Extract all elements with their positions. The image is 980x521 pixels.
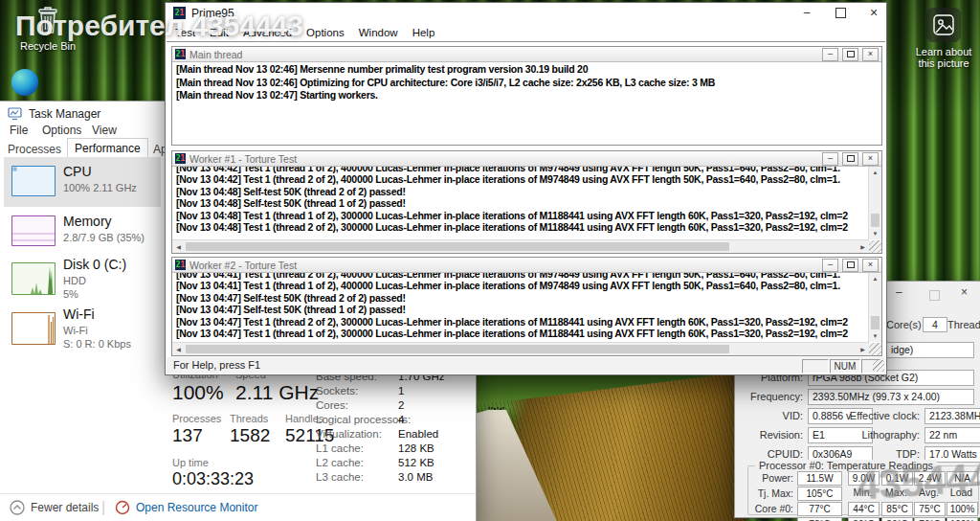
worker2-minimize-button[interactable]: – xyxy=(822,259,838,272)
scroll-right-arrow[interactable]: ▶ xyxy=(857,343,869,355)
temp-row-tjmax-label: Tj. Max: xyxy=(748,487,793,500)
edge-desktop-icon[interactable] xyxy=(11,69,38,96)
worker2-restore-button[interactable] xyxy=(842,259,858,272)
log-line: [Nov 13 04:47] Self-test 50K (thread 1 o… xyxy=(176,304,868,315)
log-line: [Nov 13 04:41] Test 1 (thread 2 of 2), 4… xyxy=(176,273,868,280)
utilization-value: 100% xyxy=(172,381,224,404)
scroll-up-arrow[interactable]: ▲ xyxy=(869,167,881,178)
uptime-value: 0:03:33:23 xyxy=(172,469,254,489)
l2-cache-label: L2 cache: xyxy=(316,457,364,468)
scroll-right-arrow[interactable]: ▶ xyxy=(857,240,869,253)
scrollbar-thumb[interactable] xyxy=(186,345,729,353)
worker1-horizontal-scrollbar[interactable]: ◀ ▶ xyxy=(172,239,869,253)
taskmanager-menu-file[interactable]: File xyxy=(10,124,28,137)
taskmanager-footer: Fewer details | Open Resource Monitor xyxy=(0,493,476,521)
prime95-close-button[interactable]: × xyxy=(859,3,888,22)
sidebar-item-wifi[interactable]: Wi-Fi Wi-Fi S: 0 R: 0 Kbps xyxy=(4,305,161,358)
worker2-close-button[interactable]: × xyxy=(862,259,879,272)
worker1-title: Worker #1 - Torture Test xyxy=(189,153,818,165)
main-thread-log: [Main thread Nov 13 02:46] Mersenne numb… xyxy=(173,62,880,144)
screen: Recycle Bin Learn about this picture – ×… xyxy=(0,0,980,521)
cpu-item-detail: 100% 2.11 GHz xyxy=(63,182,137,193)
worker2-log: [Nov 13 04:41] Test 1 (thread 2 of 2), 4… xyxy=(173,273,868,342)
worker2-resize-grip[interactable] xyxy=(869,343,881,355)
menu-help[interactable]: Help xyxy=(412,27,435,38)
main-thread-close-button[interactable]: × xyxy=(862,48,879,61)
disk-thumbnail-chart xyxy=(11,262,56,295)
status-cell-num: NUM xyxy=(830,359,860,374)
prime95-resize-grip[interactable] xyxy=(873,360,884,372)
resource-monitor-icon xyxy=(115,500,130,515)
worker2-titlebar: 21 Worker #2 - Torture Test – × xyxy=(172,258,881,273)
worker1-restore-button[interactable] xyxy=(842,152,858,166)
scrollbar-thumb[interactable] xyxy=(871,214,880,227)
spotlight-desktop-icon[interactable]: Learn about this picture xyxy=(896,8,980,69)
hwinfo-cores-label: Core(s) xyxy=(886,319,922,330)
tab-performance[interactable]: Performance xyxy=(67,138,148,159)
main-thread-titlebar: 21 Main thread – × xyxy=(172,47,881,62)
worker1-vertical-scrollbar[interactable]: ▲ ▼ xyxy=(868,167,881,239)
scrollbar-thumb[interactable] xyxy=(871,316,880,329)
hwinfo-close-button[interactable]: × xyxy=(961,285,968,299)
hwinfo-effective-clock-label: Effective clock: xyxy=(842,410,920,421)
sidebar-item-memory[interactable]: Memory 2.8/7.9 GB (35%) xyxy=(4,210,161,256)
scroll-left-arrow[interactable]: ◀ xyxy=(172,240,185,253)
threads-value: 1582 xyxy=(230,425,270,446)
temp-core1-avg: 76°C xyxy=(914,517,946,521)
prime95-minimize-button[interactable]: – xyxy=(792,3,821,22)
disk-item-detail2: 5% xyxy=(63,288,78,300)
worker2-horizontal-scrollbar[interactable]: ◀ ▶ xyxy=(172,342,869,355)
status-help-text: For Help, press F1 xyxy=(173,359,260,371)
hwinfo-lithography-value: 22 nm xyxy=(924,427,980,443)
taskmanager-menu-view[interactable]: View xyxy=(92,124,117,137)
tab-processes[interactable]: Processes xyxy=(8,143,61,156)
hwinfo-minimize-button[interactable]: – xyxy=(896,285,902,299)
scroll-down-arrow[interactable]: ▼ xyxy=(869,228,881,239)
sidebar-item-cpu[interactable]: CPU 100% 2.11 GHz xyxy=(4,157,161,207)
scrollbar-thumb[interactable] xyxy=(186,242,729,251)
hwinfo-lithography-label: Lithography: xyxy=(842,429,920,441)
cpu-item-name: CPU xyxy=(63,164,92,179)
hwinfo-effective-clock-value: 2123.38MHz xyxy=(924,408,980,424)
temp-row-core0-label: Core #0: xyxy=(748,503,793,515)
sidebar-item-disk[interactable]: Disk 0 (C:) HDD 5% xyxy=(4,255,161,308)
log-line: [Nov 13 04:47] Self-test 50K (thread 2 o… xyxy=(176,292,868,304)
worker1-minimize-button[interactable]: – xyxy=(822,152,838,166)
log-line: [Nov 13 04:47] Test 1 (thread 1 of 2), 3… xyxy=(176,328,868,339)
log-line: [Nov 13 04:48] Self-test 50K (thread 2 o… xyxy=(176,186,868,197)
menu-window[interactable]: Window xyxy=(359,27,398,38)
scroll-down-arrow[interactable]: ▼ xyxy=(869,330,881,342)
worker1-close-button[interactable]: × xyxy=(862,152,879,166)
picture-icon xyxy=(926,8,961,42)
worker2-vertical-scrollbar[interactable]: ▲ ▼ xyxy=(868,273,881,342)
status-cell-caps xyxy=(802,359,829,374)
worker1-resize-grip[interactable] xyxy=(869,240,881,253)
log-line: [Nov 13 04:48] Self-test 50K (thread 1 o… xyxy=(176,197,868,209)
fewer-details-button[interactable]: Fewer details xyxy=(31,501,99,514)
main-thread-minimize-button[interactable]: – xyxy=(822,48,838,61)
scroll-up-arrow[interactable]: ▲ xyxy=(869,273,881,284)
hwinfo-maximize-button[interactable] xyxy=(929,290,940,301)
taskmanager-menu-options[interactable]: Options xyxy=(42,124,81,137)
open-resource-monitor-link[interactable]: Open Resource Monitor xyxy=(136,501,257,514)
scroll-left-arrow[interactable]: ◀ xyxy=(172,343,185,355)
disk-item-name: Disk 0 (C:) xyxy=(63,257,126,272)
prime95-maximize-button[interactable] xyxy=(826,3,855,22)
log-line: [Main thread Nov 13 02:46] Mersenne numb… xyxy=(176,63,880,77)
virtualization-value: Enabled xyxy=(398,428,438,440)
l3-cache-value: 3.0 MB xyxy=(398,471,433,483)
l3-cache-label: L3 cache: xyxy=(316,471,364,483)
worker1-log: [Nov 13 04:42] Test 1 (thread 1 of 2), 4… xyxy=(173,167,868,239)
worker2-icon: 21 xyxy=(175,260,186,270)
footer-divider: | xyxy=(101,499,105,516)
logical-processors-label: Logical processors: xyxy=(316,414,411,425)
log-line: [Nov 13 04:42] Test 1 (thread 2 of 2), 4… xyxy=(176,173,868,185)
main-thread-restore-button[interactable] xyxy=(842,48,858,61)
sockets-label: Sockets: xyxy=(316,385,358,396)
cores-label: Cores: xyxy=(316,399,348,411)
menu-options[interactable]: Options xyxy=(306,27,345,38)
l1-cache-label: L1 cache: xyxy=(316,442,364,454)
prime95-window: 21 Prime95 – × Test Edit Advanced Option… xyxy=(165,2,887,375)
log-line: [Main thread Nov 13 02:47] Starting work… xyxy=(176,89,880,102)
wallpaper-people xyxy=(488,407,490,409)
